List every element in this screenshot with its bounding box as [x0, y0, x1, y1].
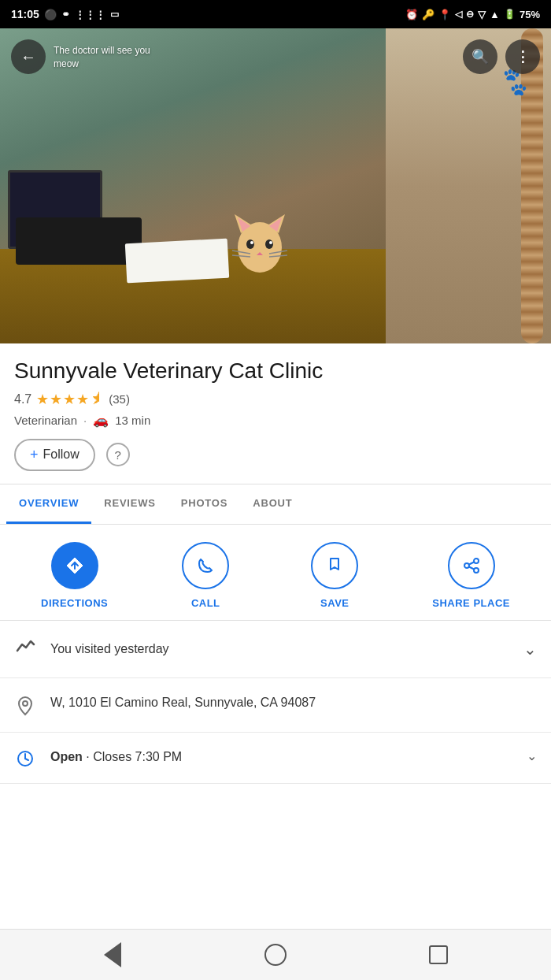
bottom-spacer	[0, 784, 551, 847]
svg-line-17	[469, 562, 474, 564]
svg-point-16	[474, 568, 479, 573]
address-content: W, 1010 El Camino Real, Sunnyvale, CA 94…	[50, 694, 537, 711]
call-label: CALL	[191, 597, 220, 609]
keyboard	[16, 217, 142, 265]
expand-hours-button[interactable]: ⌄	[527, 748, 537, 763]
hours-content: Open · Closes 7:30 PM	[50, 748, 512, 766]
star-2: ★	[50, 391, 62, 408]
tab-reviews[interactable]: REVIEWS	[91, 484, 168, 524]
directions-action[interactable]: DIRECTIONS	[41, 542, 108, 609]
place-name: Sunnyvale Veterinary Cat Clinic	[14, 358, 537, 384]
nav-home-button[interactable]	[261, 941, 290, 969]
back-nav-icon	[104, 942, 121, 967]
tab-overview[interactable]: OVERVIEW	[6, 484, 91, 524]
review-count: (35)	[109, 392, 130, 406]
save-icon	[324, 555, 345, 576]
cat-figure	[228, 200, 291, 279]
address-row: W, 1010 El Camino Real, Sunnyvale, CA 94…	[0, 678, 551, 733]
search-icon: 🔍	[471, 48, 489, 65]
svg-point-7	[250, 241, 253, 244]
search-button[interactable]: 🔍	[463, 39, 497, 74]
bottom-nav	[0, 929, 551, 980]
tab-photos[interactable]: PHOTOS	[168, 484, 240, 524]
save-circle	[311, 542, 358, 589]
directions-icon	[64, 555, 86, 577]
trend-icon	[14, 637, 36, 662]
category-label: Veterinarian	[14, 414, 77, 427]
back-button[interactable]: ←	[11, 39, 46, 74]
save-label: SAVE	[320, 597, 349, 609]
share-label: SHARE PLACE	[432, 597, 510, 609]
svg-line-22	[25, 759, 28, 760]
svg-point-15	[464, 563, 469, 568]
minus-icon: ⊖	[466, 9, 474, 20]
facebook-icon: ⚫	[44, 9, 57, 20]
meta-dot: ·	[83, 414, 87, 427]
more-icon: ⋮	[516, 48, 531, 65]
follow-button[interactable]: + Follow	[14, 439, 95, 471]
tab-about[interactable]: ABOUT	[240, 484, 305, 524]
star-half: ⯨	[90, 391, 104, 407]
location-pin-icon	[14, 696, 36, 716]
follow-label: Follow	[43, 447, 80, 462]
nav-back-button[interactable]	[98, 941, 127, 969]
close-time: Closes 7:30 PM	[93, 750, 182, 763]
car-icon: 🚗	[93, 413, 109, 428]
messenger-icon: ⚭	[61, 9, 70, 20]
call-icon	[195, 555, 216, 576]
help-button[interactable]: ?	[106, 443, 130, 466]
hours-row: Open · Closes 7:30 PM ⌄	[0, 733, 551, 784]
battery-percent: 75%	[520, 9, 540, 20]
svg-line-18	[469, 566, 474, 569]
visited-text: You visited yesterday	[50, 642, 509, 656]
save-action[interactable]: SAVE	[303, 542, 366, 609]
star-1: ★	[36, 391, 49, 408]
activity-icon	[15, 637, 35, 657]
svg-point-6	[265, 239, 273, 249]
info-section: Sunnyvale Veterinary Cat Clinic 4.7 ★ ★ …	[0, 343, 551, 484]
call-action[interactable]: CALL	[174, 542, 237, 609]
svg-point-8	[269, 241, 272, 244]
nav-recents-button[interactable]	[424, 941, 453, 969]
visited-row: You visited yesterday ⌄	[0, 621, 551, 678]
photo-header: 🐾 ← The doctor will see you meow 🔍 ⋮	[0, 28, 551, 343]
address-text: W, 1010 El Camino Real, Sunnyvale, CA 94…	[50, 696, 316, 709]
share-action[interactable]: SHARE PLACE	[432, 542, 510, 609]
back-arrow-icon: ←	[20, 48, 36, 66]
wifi-icon: ▽	[478, 9, 486, 20]
hours-text: Open · Closes 7:30 PM	[50, 750, 182, 763]
home-nav-icon	[264, 944, 287, 966]
more-options-button[interactable]: ⋮	[505, 39, 540, 74]
star-3: ★	[63, 391, 76, 408]
photo-left	[0, 28, 386, 343]
paper	[125, 239, 229, 284]
share-icon	[461, 555, 482, 576]
drive-time: 13 min	[115, 414, 150, 427]
svg-point-19	[23, 701, 28, 706]
directions-circle	[51, 542, 98, 589]
screen-icon: ▭	[110, 9, 119, 20]
open-status: Open	[50, 750, 83, 763]
hours-dot: ·	[86, 750, 93, 763]
volume-icon: ◁	[455, 9, 462, 20]
plus-icon: +	[30, 447, 39, 463]
status-left: 11:05 ⚫ ⚭ ⋮⋮⋮ ▭	[11, 8, 119, 20]
alarm-icon: ⏰	[405, 9, 418, 20]
expand-visited-button[interactable]: ⌄	[523, 640, 537, 659]
svg-point-5	[246, 239, 254, 249]
signal-icon: ▲	[490, 9, 500, 20]
vibrate-icon: ⋮⋮⋮	[75, 9, 105, 20]
photo-subtitle: The doctor will see you meow	[54, 44, 150, 71]
actions-row: DIRECTIONS CALL SAVE SH	[0, 525, 551, 621]
share-circle	[448, 542, 495, 589]
call-circle	[182, 542, 229, 589]
status-bar: 11:05 ⚫ ⚭ ⋮⋮⋮ ▭ ⏰ 🔑 📍 ◁ ⊖ ▽ ▲ 🔋 75%	[0, 0, 551, 28]
rating-value: 4.7	[14, 392, 31, 406]
status-right: ⏰ 🔑 📍 ◁ ⊖ ▽ ▲ 🔋 75%	[405, 9, 540, 20]
svg-point-14	[474, 559, 479, 563]
key-icon: 🔑	[422, 9, 435, 20]
star-4: ★	[76, 391, 89, 408]
directions-label: DIRECTIONS	[41, 597, 108, 609]
status-time: 11:05	[11, 8, 39, 20]
photo-actions: 🔍 ⋮	[463, 39, 540, 74]
